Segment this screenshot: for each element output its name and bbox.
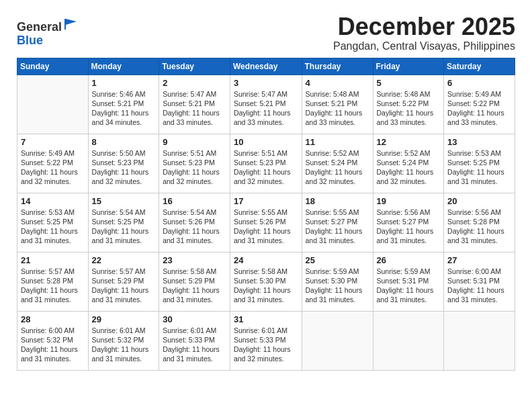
logo: General Blue: [17, 16, 78, 48]
header: General Blue December 2025 Pangdan, Cent…: [17, 13, 515, 52]
table-row: 7Sunrise: 5:49 AMSunset: 5:22 PMDaylight…: [17, 134, 89, 193]
day-info: Sunrise: 5:51 AMSunset: 5:23 PMDaylight:…: [163, 148, 226, 187]
day-number: 30: [163, 314, 226, 324]
day-info: Sunrise: 6:01 AMSunset: 5:33 PMDaylight:…: [163, 326, 226, 364]
calendar-header-row: Sunday Monday Tuesday Wednesday Thursday…: [17, 58, 515, 75]
day-number: 13: [447, 137, 511, 147]
day-info: Sunrise: 5:59 AMSunset: 5:31 PMDaylight:…: [377, 267, 441, 305]
day-number: 21: [21, 255, 85, 265]
table-row: 2Sunrise: 5:47 AMSunset: 5:21 PMDaylight…: [159, 75, 230, 134]
day-info: Sunrise: 5:59 AMSunset: 5:30 PMDaylight:…: [306, 267, 369, 305]
day-info: Sunrise: 5:49 AMSunset: 5:22 PMDaylight:…: [21, 148, 85, 187]
day-info: Sunrise: 5:58 AMSunset: 5:29 PMDaylight:…: [163, 267, 226, 305]
day-number: 26: [377, 255, 441, 265]
day-number: 23: [163, 255, 226, 265]
day-number: 12: [377, 137, 441, 147]
day-number: 1: [92, 78, 156, 88]
day-info: Sunrise: 5:57 AMSunset: 5:29 PMDaylight:…: [92, 267, 156, 305]
table-row: 16Sunrise: 5:54 AMSunset: 5:26 PMDayligh…: [159, 193, 230, 252]
table-row: 22Sunrise: 5:57 AMSunset: 5:29 PMDayligh…: [88, 252, 159, 311]
table-row: 23Sunrise: 5:58 AMSunset: 5:29 PMDayligh…: [159, 252, 230, 311]
day-number: 17: [234, 196, 298, 206]
table-row: 5Sunrise: 5:48 AMSunset: 5:22 PMDaylight…: [373, 75, 444, 134]
day-info: Sunrise: 5:53 AMSunset: 5:25 PMDaylight:…: [21, 208, 85, 246]
calendar-week-row: 1Sunrise: 5:46 AMSunset: 5:21 PMDaylight…: [17, 75, 515, 134]
day-info: Sunrise: 5:50 AMSunset: 5:23 PMDaylight:…: [92, 148, 156, 187]
table-row: 10Sunrise: 5:51 AMSunset: 5:23 PMDayligh…: [230, 134, 302, 193]
table-row: [373, 311, 444, 370]
day-number: 7: [21, 137, 85, 147]
day-info: Sunrise: 5:57 AMSunset: 5:28 PMDaylight:…: [21, 267, 85, 305]
calendar-week-row: 14Sunrise: 5:53 AMSunset: 5:25 PMDayligh…: [17, 193, 515, 252]
col-tuesday: Tuesday: [159, 58, 230, 75]
day-number: 31: [234, 314, 298, 324]
location-title: Pangdan, Central Visayas, Philippines: [333, 40, 515, 52]
table-row: 12Sunrise: 5:52 AMSunset: 5:24 PMDayligh…: [373, 134, 444, 193]
day-info: Sunrise: 5:58 AMSunset: 5:30 PMDaylight:…: [234, 267, 298, 305]
table-row: 19Sunrise: 5:56 AMSunset: 5:27 PMDayligh…: [373, 193, 444, 252]
title-block: December 2025 Pangdan, Central Visayas, …: [333, 13, 515, 52]
table-row: [444, 311, 515, 370]
table-row: 4Sunrise: 5:48 AMSunset: 5:21 PMDaylight…: [302, 75, 373, 134]
table-row: 15Sunrise: 5:54 AMSunset: 5:25 PMDayligh…: [88, 193, 159, 252]
day-info: Sunrise: 5:52 AMSunset: 5:24 PMDaylight:…: [306, 148, 369, 187]
table-row: 14Sunrise: 5:53 AMSunset: 5:25 PMDayligh…: [17, 193, 89, 252]
day-info: Sunrise: 5:56 AMSunset: 5:27 PMDaylight:…: [377, 208, 441, 246]
day-info: Sunrise: 5:48 AMSunset: 5:21 PMDaylight:…: [306, 89, 369, 128]
day-info: Sunrise: 5:47 AMSunset: 5:21 PMDaylight:…: [234, 89, 298, 128]
day-info: Sunrise: 6:00 AMSunset: 5:31 PMDaylight:…: [447, 267, 511, 305]
day-number: 2: [163, 78, 226, 88]
table-row: 25Sunrise: 5:59 AMSunset: 5:30 PMDayligh…: [302, 252, 373, 311]
day-number: 4: [306, 78, 369, 88]
table-row: 6Sunrise: 5:49 AMSunset: 5:22 PMDaylight…: [444, 75, 515, 134]
month-title: December 2025: [333, 13, 515, 40]
calendar-week-row: 21Sunrise: 5:57 AMSunset: 5:28 PMDayligh…: [17, 252, 515, 311]
table-row: 28Sunrise: 6:00 AMSunset: 5:32 PMDayligh…: [17, 311, 89, 370]
table-row: 24Sunrise: 5:58 AMSunset: 5:30 PMDayligh…: [230, 252, 302, 311]
table-row: [302, 311, 373, 370]
day-info: Sunrise: 6:00 AMSunset: 5:32 PMDaylight:…: [21, 326, 85, 364]
table-row: 13Sunrise: 5:53 AMSunset: 5:25 PMDayligh…: [444, 134, 515, 193]
table-row: 17Sunrise: 5:55 AMSunset: 5:26 PMDayligh…: [230, 193, 302, 252]
table-row: 20Sunrise: 5:56 AMSunset: 5:28 PMDayligh…: [444, 193, 515, 252]
day-info: Sunrise: 5:53 AMSunset: 5:25 PMDaylight:…: [447, 148, 511, 187]
day-info: Sunrise: 5:55 AMSunset: 5:27 PMDaylight:…: [306, 208, 369, 246]
logo-blue-text: Blue: [17, 34, 43, 47]
day-number: 10: [234, 137, 298, 147]
table-row: 29Sunrise: 6:01 AMSunset: 5:32 PMDayligh…: [88, 311, 159, 370]
day-number: 9: [163, 137, 226, 147]
page: General Blue December 2025 Pangdan, Cent…: [0, 0, 532, 411]
col-monday: Monday: [88, 58, 159, 75]
svg-marker-0: [64, 19, 77, 30]
day-number: 11: [306, 137, 369, 147]
col-wednesday: Wednesday: [230, 58, 302, 75]
day-info: Sunrise: 6:01 AMSunset: 5:32 PMDaylight:…: [92, 326, 156, 364]
day-info: Sunrise: 5:46 AMSunset: 5:21 PMDaylight:…: [92, 89, 156, 128]
table-row: 1Sunrise: 5:46 AMSunset: 5:21 PMDaylight…: [88, 75, 159, 134]
table-row: [17, 75, 89, 134]
day-number: 15: [92, 196, 156, 206]
day-info: Sunrise: 5:55 AMSunset: 5:26 PMDaylight:…: [234, 208, 298, 246]
day-number: 27: [447, 255, 511, 265]
day-info: Sunrise: 5:54 AMSunset: 5:26 PMDaylight:…: [163, 208, 226, 246]
table-row: 30Sunrise: 6:01 AMSunset: 5:33 PMDayligh…: [159, 311, 230, 370]
day-info: Sunrise: 5:56 AMSunset: 5:28 PMDaylight:…: [447, 208, 511, 246]
day-number: 25: [306, 255, 369, 265]
day-number: 8: [92, 137, 156, 147]
day-info: Sunrise: 5:48 AMSunset: 5:22 PMDaylight:…: [377, 89, 441, 128]
day-info: Sunrise: 5:52 AMSunset: 5:24 PMDaylight:…: [377, 148, 441, 187]
day-number: 14: [21, 196, 85, 206]
day-number: 16: [163, 196, 226, 206]
day-number: 29: [92, 314, 156, 324]
table-row: 21Sunrise: 5:57 AMSunset: 5:28 PMDayligh…: [17, 252, 89, 311]
table-row: 9Sunrise: 5:51 AMSunset: 5:23 PMDaylight…: [159, 134, 230, 193]
table-row: 31Sunrise: 6:01 AMSunset: 5:33 PMDayligh…: [230, 311, 302, 370]
day-info: Sunrise: 5:54 AMSunset: 5:25 PMDaylight:…: [92, 208, 156, 246]
calendar-week-row: 7Sunrise: 5:49 AMSunset: 5:22 PMDaylight…: [17, 134, 515, 193]
table-row: 11Sunrise: 5:52 AMSunset: 5:24 PMDayligh…: [302, 134, 373, 193]
day-number: 3: [234, 78, 298, 88]
table-row: 26Sunrise: 5:59 AMSunset: 5:31 PMDayligh…: [373, 252, 444, 311]
day-info: Sunrise: 5:51 AMSunset: 5:23 PMDaylight:…: [234, 148, 298, 187]
table-row: 8Sunrise: 5:50 AMSunset: 5:23 PMDaylight…: [88, 134, 159, 193]
day-number: 5: [377, 78, 441, 88]
